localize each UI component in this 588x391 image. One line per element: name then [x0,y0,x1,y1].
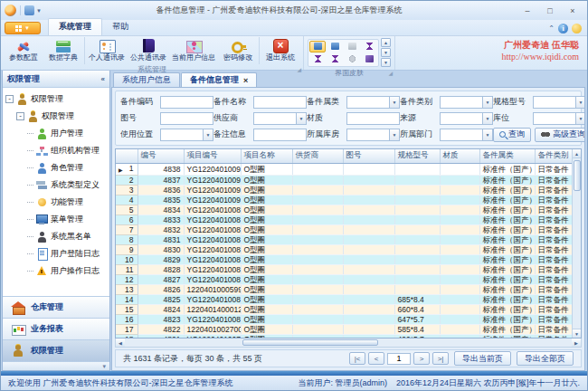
skin-option[interactable] [327,53,343,65]
remark-field-input[interactable] [254,129,306,140]
horizontal-scroll-thumb[interactable] [242,339,378,346]
source-field[interactable]: ▼ [440,112,493,125]
table-row[interactable]: 94830YG12204010085O型圈标准件（国产）日常备件 [116,244,572,254]
maximize-button[interactable]: □ [539,4,561,17]
table-row[interactable]: 54834YG12204010089O型圈标准件（国产）日常备件 [116,205,572,215]
table-row[interactable]: 34836YG12204010091O型圈标准件（国产）日常备件 [116,185,572,195]
tree-item-menu-management[interactable]: 菜单管理 [3,211,109,228]
public-contacts-button[interactable]: 公共通讯录 [128,39,169,63]
scroll-down-icon[interactable]: ▼ [573,329,582,338]
last-page-button[interactable]: >| [432,352,449,365]
grid-column-header[interactable]: 项目名称 [241,149,292,163]
skin-option[interactable] [309,41,326,52]
department-field[interactable]: ▼ [440,129,493,141]
source-field-input[interactable] [441,113,482,124]
combo-dropdown-icon[interactable]: ▼ [296,113,306,124]
ribbon-tab-inactive[interactable]: 帮助 [102,19,138,35]
tree-item-user-login-log[interactable]: 用户登陆日志 [3,245,109,262]
table-row[interactable]: ▶14838YG12204010093O型圈标准件（国产）日常备件 [116,163,572,175]
combo-dropdown-icon[interactable]: ▼ [389,97,399,108]
export-current-page-button[interactable]: 导出当前页 [454,351,511,366]
sidebar-nav-reports[interactable]: 业务报表 [3,318,109,339]
prev-page-button[interactable]: < [368,352,384,365]
grid-column-header[interactable]: 备件类别 [535,149,572,163]
skin-scroll-up-icon[interactable]: ▲ [381,38,391,47]
grid-column-header[interactable]: 项目编号 [184,149,241,163]
about-info-icon[interactable]: i [558,24,568,33]
ribbon-collapse-icon[interactable]: ⌃ [548,24,555,33]
usage-position-field[interactable]: ▼ [160,129,213,141]
spare-name-field[interactable] [253,96,307,109]
dialog-launcher-icon[interactable]: ◢ [388,70,393,78]
table-row[interactable]: 1348261220401000599O型圈标准件（国产）日常备件 [116,284,572,294]
remark-field[interactable] [253,129,307,141]
document-tab-active[interactable]: 备件信息管理× [181,72,257,87]
drawing-no-field-input[interactable] [161,113,213,124]
skin-quick-icon[interactable] [572,24,582,33]
table-row[interactable]: 184821YG12204010079O型圈490*5.7标准件（国产）日常备件 [116,334,572,338]
spare-code-field-input[interactable] [161,97,213,108]
grid-column-header[interactable]: 图号 [343,149,394,163]
warehouse-field-input[interactable] [347,129,389,140]
combo-dropdown-icon[interactable]: ▼ [575,97,585,108]
table-row[interactable]: 104829YG12204010084O型圈标准件（国产）日常备件 [116,254,572,264]
export-all-pages-button[interactable]: 导出全部页 [517,351,574,366]
personal-contacts-button[interactable]: 个人通讯录 [86,39,128,63]
combo-dropdown-icon[interactable]: ▼ [482,113,492,124]
skin-option[interactable] [344,53,360,65]
tree-expander-icon[interactable]: - [16,112,24,120]
location-field-input[interactable] [534,113,575,124]
combo-dropdown-icon[interactable]: ▼ [482,129,492,140]
spec-model-field-input[interactable] [534,97,575,108]
spare-category-field[interactable]: ▼ [346,96,400,109]
table-row[interactable]: 64833YG12204010088O型圈标准件（国产）日常备件 [116,215,572,224]
table-row[interactable]: 114828YG12204010083O型圈标准件（国产）日常备件 [116,264,572,274]
current-user-info-button[interactable]: 当前用户信息 [169,39,218,63]
table-row[interactable]: 74832YG12204010087O型圈标准件（国产）日常备件 [116,224,572,234]
grid-column-header[interactable]: 供货商 [292,149,343,163]
supplier-field[interactable]: ▼ [253,112,307,125]
tree-item-user-operation-log[interactable]: 用户操作日志 [3,262,109,280]
param-config-button[interactable]: 参数配置 [4,39,43,63]
combo-dropdown-icon[interactable]: ▼ [389,129,399,140]
sidebar-overflow-grip[interactable]: ▾ [3,361,109,370]
close-button[interactable]: × [562,4,583,17]
combo-dropdown-icon[interactable]: ▼ [575,113,585,124]
tree-item-system-type-definition[interactable]: 系统类型定义 [3,176,109,194]
exit-system-button[interactable]: 退出系统 [261,39,300,63]
table-row[interactable]: 124827YG12204010082O型圈标准件（国产）日常备件 [116,274,572,284]
tree-item-system-blacklist[interactable]: 系统黑名单 [3,228,109,245]
combo-dropdown-icon[interactable]: ▼ [482,97,492,108]
tab-close-icon[interactable]: × [243,77,248,84]
skin-option[interactable] [309,53,326,65]
tree-item-role-management[interactable]: 角色管理 [3,159,109,176]
skin-scroll-down-icon[interactable]: ▼ [381,48,391,57]
application-menu-button[interactable]: ▼ [5,22,41,34]
change-password-button[interactable]: 密码修改 [218,39,258,63]
query-button[interactable]: 查询 [493,128,531,142]
skin-option[interactable] [361,53,377,65]
usage-position-field-input[interactable] [161,129,203,140]
skin-gallery-more-icon[interactable]: ▼ [381,58,391,67]
table-row[interactable]: 1748221220401002700O型圈585*8.4标准件（国产）日常备件 [116,324,572,334]
material-field-input[interactable] [347,113,399,124]
scroll-up-icon[interactable]: ▲ [573,149,582,158]
grid-column-header[interactable]: 备件属类 [479,149,535,163]
minimize-button[interactable]: – [517,4,538,17]
next-page-button[interactable]: > [413,352,430,365]
grid-column-header[interactable]: 材质 [440,149,479,163]
location-field[interactable]: ▼ [533,112,585,125]
dialog-launcher-icon[interactable]: ◢ [297,66,301,74]
material-field[interactable] [346,112,400,125]
quick-access-toolbar[interactable]: ▼ [20,5,42,15]
quick-access-icon[interactable] [24,5,34,15]
horizontal-scrollbar[interactable]: ◀ ▶ [115,339,582,348]
table-row[interactable]: 44835YG12204010090O型圈标准件（国产）日常备件 [116,195,572,205]
scroll-left-icon[interactable]: ◀ [116,339,125,347]
advanced-query-button[interactable]: 高级查询 [535,128,585,142]
table-row[interactable]: 24837YG12204010092O型圈标准件（国产）日常备件 [116,175,572,185]
supplier-field-input[interactable] [254,113,296,124]
department-field-input[interactable] [441,129,482,140]
page-number-input[interactable] [387,353,411,365]
spare-type-field[interactable]: ▼ [440,96,493,109]
